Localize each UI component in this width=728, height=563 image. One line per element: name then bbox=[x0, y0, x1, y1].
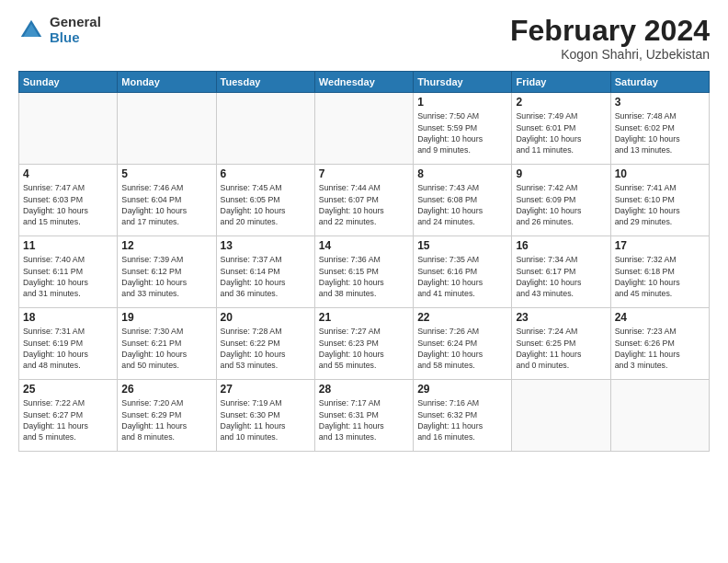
day-cell: 19Sunrise: 7:30 AMSunset: 6:21 PMDayligh… bbox=[118, 308, 216, 380]
day-cell: 2Sunrise: 7:49 AMSunset: 6:01 PMDaylight… bbox=[512, 93, 610, 165]
logo-blue-text: Blue bbox=[50, 30, 101, 46]
day-info: Sunrise: 7:16 AMSunset: 6:32 PMDaylight:… bbox=[417, 397, 507, 442]
day-info: Sunrise: 7:28 AMSunset: 6:22 PMDaylight:… bbox=[221, 326, 311, 371]
day-info: Sunrise: 7:46 AMSunset: 6:04 PMDaylight:… bbox=[121, 182, 211, 227]
day-cell: 9Sunrise: 7:42 AMSunset: 6:09 PMDaylight… bbox=[512, 165, 610, 236]
day-info: Sunrise: 7:47 AMSunset: 6:03 PMDaylight:… bbox=[23, 182, 113, 227]
calendar: SundayMondayTuesdayWednesdayThursdayFrid… bbox=[18, 71, 710, 452]
day-cell: 29Sunrise: 7:16 AMSunset: 6:32 PMDayligh… bbox=[414, 380, 512, 452]
day-number: 11 bbox=[23, 239, 113, 252]
day-cell: 21Sunrise: 7:27 AMSunset: 6:23 PMDayligh… bbox=[314, 308, 413, 380]
day-cell bbox=[118, 93, 216, 165]
day-number: 10 bbox=[615, 167, 705, 180]
weekday-header-sunday: Sunday bbox=[19, 72, 118, 93]
day-cell: 15Sunrise: 7:35 AMSunset: 6:16 PMDayligh… bbox=[414, 236, 512, 308]
day-number: 29 bbox=[417, 383, 507, 396]
day-number: 3 bbox=[615, 96, 705, 109]
weekday-header-row: SundayMondayTuesdayWednesdayThursdayFrid… bbox=[19, 72, 710, 93]
day-cell: 24Sunrise: 7:23 AMSunset: 6:26 PMDayligh… bbox=[610, 308, 709, 380]
day-info: Sunrise: 7:19 AMSunset: 6:30 PMDaylight:… bbox=[221, 397, 311, 442]
day-cell: 17Sunrise: 7:32 AMSunset: 6:18 PMDayligh… bbox=[610, 236, 709, 308]
day-info: Sunrise: 7:20 AMSunset: 6:29 PMDaylight:… bbox=[121, 397, 211, 442]
day-number: 20 bbox=[221, 311, 311, 324]
day-info: Sunrise: 7:41 AMSunset: 6:10 PMDaylight:… bbox=[615, 182, 705, 227]
day-cell: 6Sunrise: 7:45 AMSunset: 6:05 PMDaylight… bbox=[216, 165, 314, 236]
day-info: Sunrise: 7:44 AMSunset: 6:07 PMDaylight:… bbox=[319, 182, 409, 227]
day-cell bbox=[610, 380, 709, 452]
day-number: 17 bbox=[615, 239, 705, 252]
day-info: Sunrise: 7:43 AMSunset: 6:08 PMDaylight:… bbox=[417, 182, 507, 227]
weekday-header-wednesday: Wednesday bbox=[314, 72, 413, 93]
day-cell: 20Sunrise: 7:28 AMSunset: 6:22 PMDayligh… bbox=[216, 308, 314, 380]
day-cell: 5Sunrise: 7:46 AMSunset: 6:04 PMDaylight… bbox=[118, 165, 216, 236]
day-info: Sunrise: 7:37 AMSunset: 6:14 PMDaylight:… bbox=[221, 254, 311, 299]
day-info: Sunrise: 7:42 AMSunset: 6:09 PMDaylight:… bbox=[516, 182, 606, 227]
day-number: 26 bbox=[121, 383, 211, 396]
logo-text: General Blue bbox=[50, 15, 101, 45]
logo: General Blue bbox=[18, 15, 101, 45]
day-cell: 25Sunrise: 7:22 AMSunset: 6:27 PMDayligh… bbox=[19, 380, 118, 452]
day-cell: 1Sunrise: 7:50 AMSunset: 5:59 PMDaylight… bbox=[414, 93, 512, 165]
day-info: Sunrise: 7:50 AMSunset: 5:59 PMDaylight:… bbox=[417, 110, 507, 155]
weekday-header-friday: Friday bbox=[512, 72, 610, 93]
day-cell: 7Sunrise: 7:44 AMSunset: 6:07 PMDaylight… bbox=[314, 165, 413, 236]
day-cell: 28Sunrise: 7:17 AMSunset: 6:31 PMDayligh… bbox=[314, 380, 413, 452]
day-info: Sunrise: 7:32 AMSunset: 6:18 PMDaylight:… bbox=[615, 254, 705, 299]
weekday-header-saturday: Saturday bbox=[610, 72, 709, 93]
day-number: 13 bbox=[221, 239, 311, 252]
header: General Blue February 2024 Kogon Shahri,… bbox=[18, 15, 710, 62]
day-info: Sunrise: 7:23 AMSunset: 6:26 PMDaylight:… bbox=[615, 326, 705, 371]
day-info: Sunrise: 7:39 AMSunset: 6:12 PMDaylight:… bbox=[121, 254, 211, 299]
day-info: Sunrise: 7:30 AMSunset: 6:21 PMDaylight:… bbox=[121, 326, 211, 371]
day-cell: 26Sunrise: 7:20 AMSunset: 6:29 PMDayligh… bbox=[118, 380, 216, 452]
day-number: 27 bbox=[221, 383, 311, 396]
day-cell bbox=[19, 93, 118, 165]
day-info: Sunrise: 7:49 AMSunset: 6:01 PMDaylight:… bbox=[516, 110, 606, 155]
day-number: 4 bbox=[23, 167, 113, 180]
weekday-header-monday: Monday bbox=[118, 72, 216, 93]
week-row-5: 25Sunrise: 7:22 AMSunset: 6:27 PMDayligh… bbox=[19, 380, 710, 452]
day-info: Sunrise: 7:26 AMSunset: 6:24 PMDaylight:… bbox=[417, 326, 507, 371]
day-info: Sunrise: 7:48 AMSunset: 6:02 PMDaylight:… bbox=[615, 110, 705, 155]
week-row-4: 18Sunrise: 7:31 AMSunset: 6:19 PMDayligh… bbox=[19, 308, 710, 380]
page: General Blue February 2024 Kogon Shahri,… bbox=[0, 0, 728, 563]
day-number: 1 bbox=[417, 96, 507, 109]
day-cell bbox=[314, 93, 413, 165]
day-number: 21 bbox=[319, 311, 409, 324]
day-cell: 3Sunrise: 7:48 AMSunset: 6:02 PMDaylight… bbox=[610, 93, 709, 165]
day-info: Sunrise: 7:27 AMSunset: 6:23 PMDaylight:… bbox=[319, 326, 409, 371]
day-cell: 23Sunrise: 7:24 AMSunset: 6:25 PMDayligh… bbox=[512, 308, 610, 380]
day-cell: 12Sunrise: 7:39 AMSunset: 6:12 PMDayligh… bbox=[118, 236, 216, 308]
day-number: 8 bbox=[417, 167, 507, 180]
day-cell: 11Sunrise: 7:40 AMSunset: 6:11 PMDayligh… bbox=[19, 236, 118, 308]
day-cell: 27Sunrise: 7:19 AMSunset: 6:30 PMDayligh… bbox=[216, 380, 314, 452]
day-number: 16 bbox=[516, 239, 606, 252]
day-cell: 16Sunrise: 7:34 AMSunset: 6:17 PMDayligh… bbox=[512, 236, 610, 308]
day-info: Sunrise: 7:35 AMSunset: 6:16 PMDaylight:… bbox=[417, 254, 507, 299]
day-cell bbox=[216, 93, 314, 165]
weekday-header-thursday: Thursday bbox=[414, 72, 512, 93]
day-number: 6 bbox=[221, 167, 311, 180]
day-cell bbox=[512, 380, 610, 452]
day-number: 18 bbox=[23, 311, 113, 324]
day-number: 9 bbox=[516, 167, 606, 180]
day-number: 12 bbox=[121, 239, 211, 252]
day-number: 24 bbox=[615, 311, 705, 324]
day-cell: 13Sunrise: 7:37 AMSunset: 6:14 PMDayligh… bbox=[216, 236, 314, 308]
day-number: 14 bbox=[319, 239, 409, 252]
month-title: February 2024 bbox=[510, 15, 710, 47]
week-row-3: 11Sunrise: 7:40 AMSunset: 6:11 PMDayligh… bbox=[19, 236, 710, 308]
day-number: 25 bbox=[23, 383, 113, 396]
day-number: 22 bbox=[417, 311, 507, 324]
day-info: Sunrise: 7:34 AMSunset: 6:17 PMDaylight:… bbox=[516, 254, 606, 299]
title-block: February 2024 Kogon Shahri, Uzbekistan bbox=[510, 15, 710, 62]
week-row-1: 1Sunrise: 7:50 AMSunset: 5:59 PMDaylight… bbox=[19, 93, 710, 165]
day-cell: 14Sunrise: 7:36 AMSunset: 6:15 PMDayligh… bbox=[314, 236, 413, 308]
day-cell: 8Sunrise: 7:43 AMSunset: 6:08 PMDaylight… bbox=[414, 165, 512, 236]
day-number: 7 bbox=[319, 167, 409, 180]
day-info: Sunrise: 7:40 AMSunset: 6:11 PMDaylight:… bbox=[23, 254, 113, 299]
day-number: 15 bbox=[417, 239, 507, 252]
day-info: Sunrise: 7:36 AMSunset: 6:15 PMDaylight:… bbox=[319, 254, 409, 299]
day-number: 5 bbox=[121, 167, 211, 180]
day-number: 28 bbox=[319, 383, 409, 396]
